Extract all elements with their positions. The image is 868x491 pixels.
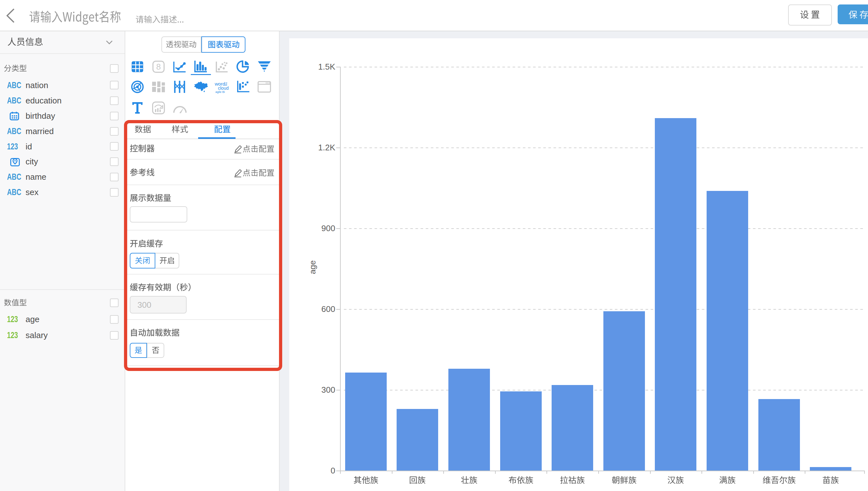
- svg-text:8: 8: [156, 62, 161, 71]
- svg-text:agile Bi: agile Bi: [215, 90, 225, 93]
- svg-text:cloud: cloud: [218, 86, 228, 91]
- svg-text:big: big: [225, 82, 228, 86]
